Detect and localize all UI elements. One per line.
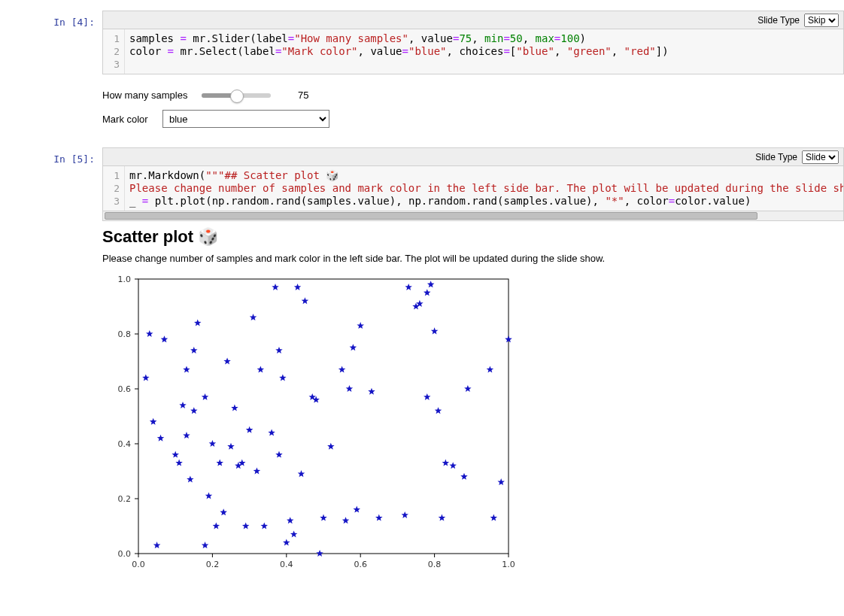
cell-4-code[interactable]: 123 samples = mr.Slider(label="How many … xyxy=(102,29,844,74)
svg-text:0.0: 0.0 xyxy=(118,549,132,559)
cell-4-output: How many samples 75 Mark color blue xyxy=(102,74,844,143)
svg-text:1.0: 1.0 xyxy=(502,560,515,569)
svg-text:0.6: 0.6 xyxy=(354,560,367,569)
svg-text:0.0: 0.0 xyxy=(132,560,145,569)
cell-5: In [5]: Slide Type Slide 123 mr.Markdown… xyxy=(0,147,844,582)
slider-widget: How many samples 75 xyxy=(102,90,844,101)
code-lines: mr.Markdown("""## Scatter plot 🎲 Please … xyxy=(125,166,843,211)
cell-5-toolbar: Slide Type Slide xyxy=(102,147,844,165)
svg-text:0.6: 0.6 xyxy=(118,384,132,394)
svg-text:0.2: 0.2 xyxy=(206,560,220,569)
scrollbar-thumb[interactable] xyxy=(105,212,757,220)
cell-5-output: Scatter plot 🎲 Please change number of s… xyxy=(102,221,844,582)
svg-text:0.8: 0.8 xyxy=(428,560,442,569)
notebook: In [4]: Slide Type Skip 123 samples = mr… xyxy=(0,0,844,609)
slide-type-label: Slide Type xyxy=(755,152,797,162)
code-gutter: 123 xyxy=(103,166,125,211)
cell-4-prompt: In [4]: xyxy=(0,11,95,28)
cell-5-prompt: In [5]: xyxy=(0,147,95,165)
code-lines: samples = mr.Slider(label="How many samp… xyxy=(125,29,843,74)
cell-5-code[interactable]: 123 mr.Markdown("""## Scatter plot 🎲 Ple… xyxy=(102,165,844,211)
cell-4: In [4]: Slide Type Skip 123 samples = mr… xyxy=(0,11,844,143)
slider-thumb[interactable] xyxy=(230,90,244,103)
scatter-plot-description: Please change number of samples and mark… xyxy=(102,253,844,264)
svg-rect-0 xyxy=(138,279,509,554)
slider-label: How many samples xyxy=(102,90,193,101)
slider-value: 75 xyxy=(298,90,308,101)
slide-type-label: Slide Type xyxy=(757,15,800,26)
mark-color-select[interactable]: blue xyxy=(162,110,329,128)
cell-4-toolbar: Slide Type Skip xyxy=(102,11,844,29)
scatter-plot-title: Scatter plot 🎲 xyxy=(102,227,844,247)
horizontal-scrollbar[interactable] xyxy=(102,211,844,221)
select-widget: Mark color blue xyxy=(102,110,844,128)
slide-type-select[interactable]: Skip xyxy=(804,14,839,27)
svg-text:0.4: 0.4 xyxy=(280,560,293,569)
slider-track[interactable] xyxy=(202,93,271,98)
svg-text:0.8: 0.8 xyxy=(118,329,132,339)
select-label: Mark color xyxy=(102,114,153,125)
svg-text:0.2: 0.2 xyxy=(118,494,132,504)
svg-text:1.0: 1.0 xyxy=(118,275,132,284)
code-gutter: 123 xyxy=(103,29,125,74)
scatter-plot: 0.00.20.40.60.81.00.00.20.40.60.81.0 xyxy=(102,272,844,576)
scatter-plot-svg: 0.00.20.40.60.81.00.00.20.40.60.81.0 xyxy=(102,272,524,576)
svg-text:0.4: 0.4 xyxy=(118,439,132,449)
slide-type-select[interactable]: Slide xyxy=(802,150,839,164)
